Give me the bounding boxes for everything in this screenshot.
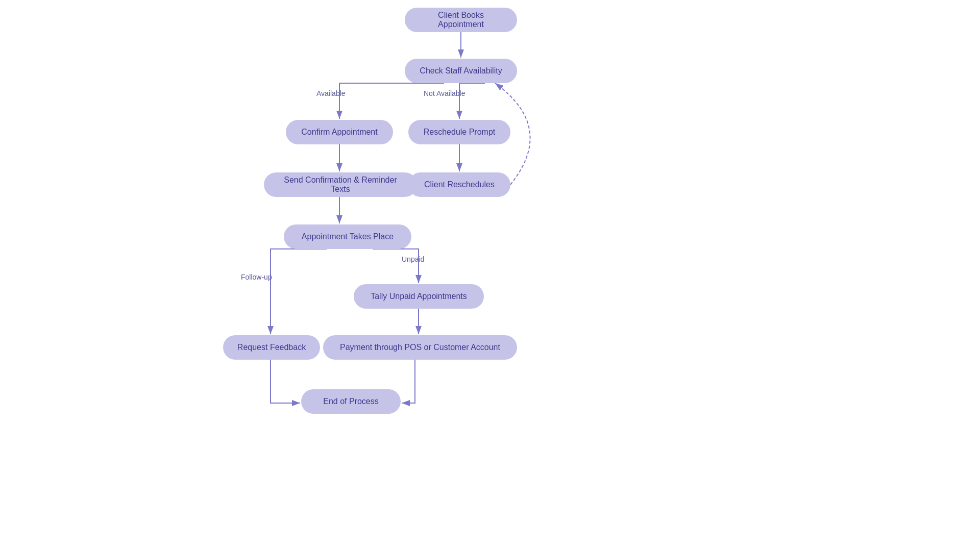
client-reschedules-node: Client Reschedules <box>408 172 510 197</box>
follow-up-label: Follow-up <box>241 273 272 281</box>
end-of-process-node: End of Process <box>301 389 401 414</box>
confirm-appointment-node: Confirm Appointment <box>286 120 393 144</box>
available-label: Available <box>316 89 346 97</box>
tally-unpaid-node: Tally Unpaid Appointments <box>354 284 484 309</box>
send-confirmation-node: Send Confirmation & Reminder Texts <box>264 172 417 197</box>
check-staff-node: Check Staff Availability <box>405 59 517 83</box>
payment-node: Payment through POS or Customer Account <box>323 335 517 360</box>
client-books-node: Client Books Appointment <box>405 8 517 32</box>
flowchart-container: Client Books Appointment Check Staff Ava… <box>0 0 980 551</box>
reschedule-prompt-node: Reschedule Prompt <box>408 120 510 144</box>
unpaid-label: Unpaid <box>402 255 424 263</box>
appointment-takes-place-node: Appointment Takes Place <box>284 224 411 249</box>
request-feedback-node: Request Feedback <box>223 335 320 360</box>
not-available-label: Not Available <box>424 89 465 97</box>
